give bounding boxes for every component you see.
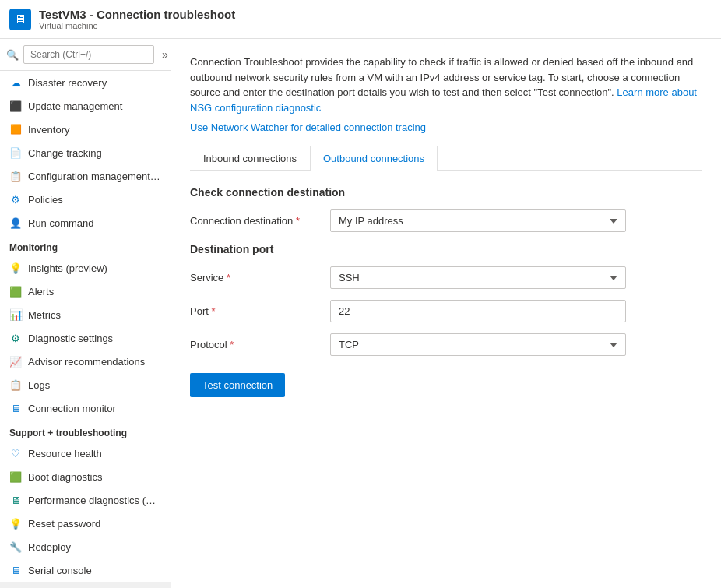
- tabs-container: Inbound connections Outbound connections: [190, 146, 702, 171]
- sidebar-label-run-command: Run command: [28, 217, 94, 229]
- search-input[interactable]: [23, 45, 154, 64]
- performance-diagnostics-icon: 🖥: [9, 494, 22, 506]
- sidebar-item-change-tracking[interactable]: 📄 Change tracking: [0, 141, 171, 164]
- boot-diagnostics-icon: 🟩: [9, 470, 22, 483]
- sidebar: 🔍 » ☁ Disaster recovery ⬛ Update managem…: [0, 39, 171, 588]
- service-select[interactable]: SSH HTTP HTTPS RDP Custom: [330, 266, 626, 289]
- search-icon: 🔍: [6, 49, 19, 61]
- page-subtitle: Virtual machine: [39, 21, 235, 30]
- reset-password-icon: 💡: [9, 517, 22, 530]
- alerts-icon: 🟩: [9, 285, 22, 298]
- resource-health-icon: ♡: [9, 447, 22, 459]
- config-icon: 📋: [9, 170, 22, 182]
- port-input[interactable]: [330, 300, 626, 322]
- sidebar-item-metrics[interactable]: 📊 Metrics: [0, 303, 171, 326]
- sidebar-item-insights[interactable]: 💡 Insights (preview): [0, 256, 171, 280]
- sidebar-label-diagnostic-settings: Diagnostic settings: [28, 333, 113, 344]
- destination-port-title: Destination port: [190, 243, 702, 255]
- check-connection-title: Check connection destination: [190, 186, 702, 199]
- update-icon: ⬛: [9, 100, 22, 112]
- sidebar-item-advisor-recommendations[interactable]: 📈 Advisor recommendations: [0, 350, 171, 373]
- protocol-select[interactable]: TCP UDP: [330, 333, 626, 356]
- sidebar-item-config-management[interactable]: 📋 Configuration management ...: [0, 164, 171, 188]
- cloud-icon: ☁: [9, 76, 22, 89]
- connection-destination-row: Connection destination * My IP address C…: [190, 209, 702, 232]
- sidebar-item-logs[interactable]: 📋 Logs: [0, 373, 171, 396]
- sidebar-label-resource-health: Resource health: [28, 448, 102, 459]
- sidebar-item-update-management[interactable]: ⬛ Update management: [0, 94, 171, 118]
- sidebar-item-connection-troubleshoot[interactable]: 🖥 Connection troubleshoot: [0, 582, 171, 588]
- port-required: *: [211, 305, 215, 317]
- logs-icon: 📋: [9, 379, 22, 391]
- main-layout: 🔍 » ☁ Disaster recovery ⬛ Update managem…: [0, 39, 721, 588]
- destination-port-section: Destination port Service * SSH HTTP HTTP…: [190, 243, 702, 397]
- tab-inbound[interactable]: Inbound connections: [190, 146, 310, 171]
- run-command-icon: 👤: [9, 217, 22, 229]
- tab-outbound[interactable]: Outbound connections: [310, 146, 438, 171]
- diagnostic-icon: ⚙: [9, 332, 22, 344]
- sidebar-content: ☁ Disaster recovery ⬛ Update management …: [0, 71, 171, 588]
- port-row: Port *: [190, 300, 702, 322]
- service-required: *: [227, 272, 230, 283]
- advisor-icon: 📈: [9, 355, 22, 368]
- sidebar-label-reset-password: Reset password: [28, 518, 100, 530]
- service-label: Service *: [190, 272, 330, 283]
- sidebar-item-alerts[interactable]: 🟩 Alerts: [0, 280, 171, 303]
- sidebar-item-resource-health[interactable]: ♡ Resource health: [0, 442, 171, 465]
- sidebar-label-boot-diagnostics: Boot diagnostics: [28, 471, 102, 483]
- sidebar-item-performance-diagnostics[interactable]: 🖥 Performance diagnostics (Pr...: [0, 488, 171, 512]
- connection-destination-required: *: [296, 215, 300, 227]
- connection-destination-control: My IP address Custom: [330, 209, 626, 232]
- vm-icon: 🖥: [9, 9, 31, 30]
- policies-icon: ⚙: [9, 193, 22, 206]
- title-bar: 🖥 TestVM3 - Connection troubleshoot Virt…: [0, 0, 721, 39]
- sidebar-item-run-command[interactable]: 👤 Run command: [0, 211, 171, 234]
- test-connection-button[interactable]: Test connection: [190, 373, 285, 397]
- sidebar-item-diagnostic-settings[interactable]: ⚙ Diagnostic settings: [0, 326, 171, 350]
- protocol-control: TCP UDP: [330, 333, 626, 356]
- sidebar-label-inventory: Inventory: [28, 124, 69, 136]
- sidebar-item-serial-console[interactable]: 🖥 Serial console: [0, 558, 171, 582]
- redeploy-icon: 🔧: [9, 540, 22, 553]
- sidebar-item-connection-monitor[interactable]: 🖥 Connection monitor: [0, 396, 171, 420]
- support-section-label: Support + troubleshooting: [0, 420, 171, 442]
- network-watcher-link[interactable]: Use Network Watcher for detailed connect…: [190, 121, 702, 133]
- connection-destination-select[interactable]: My IP address Custom: [330, 209, 626, 232]
- insights-icon: 💡: [9, 262, 22, 274]
- port-control: [330, 300, 626, 322]
- change-tracking-icon: 📄: [9, 146, 22, 159]
- service-control: SSH HTTP HTTPS RDP Custom: [330, 266, 626, 289]
- metrics-icon: 📊: [9, 308, 22, 321]
- connection-monitor-icon: 🖥: [9, 402, 22, 414]
- description-text: Connection Troubleshoot provides the cap…: [190, 55, 702, 115]
- sidebar-label-serial-console: Serial console: [28, 565, 92, 576]
- sidebar-label-redeploy: Redeploy: [28, 541, 71, 553]
- main-content: Connection Troubleshoot provides the cap…: [171, 39, 721, 588]
- sidebar-label-connection-monitor: Connection monitor: [28, 403, 116, 414]
- sidebar-label-config-management: Configuration management ...: [28, 171, 161, 182]
- inventory-icon: 🟧: [9, 123, 22, 136]
- monitoring-section-label: Monitoring: [0, 234, 171, 256]
- sidebar-item-disaster-recovery[interactable]: ☁ Disaster recovery: [0, 71, 171, 94]
- sidebar-item-inventory[interactable]: 🟧 Inventory: [0, 118, 171, 141]
- sidebar-label-insights: Insights (preview): [28, 262, 107, 274]
- sidebar-label-disaster-recovery: Disaster recovery: [28, 77, 107, 89]
- sidebar-label-update-management: Update management: [28, 100, 122, 112]
- sidebar-label-policies: Policies: [28, 194, 63, 206]
- sidebar-label-advisor-recommendations: Advisor recommendations: [28, 356, 145, 368]
- protocol-label: Protocol *: [190, 339, 330, 350]
- sidebar-item-redeploy[interactable]: 🔧 Redeploy: [0, 535, 171, 558]
- sidebar-item-reset-password[interactable]: 💡 Reset password: [0, 512, 171, 535]
- sidebar-search-bar: 🔍 »: [0, 39, 171, 71]
- service-row: Service * SSH HTTP HTTPS RDP Custom: [190, 266, 702, 289]
- sidebar-item-policies[interactable]: ⚙ Policies: [0, 188, 171, 211]
- serial-console-icon: 🖥: [9, 564, 22, 576]
- port-label: Port *: [190, 305, 330, 317]
- collapse-button[interactable]: »: [159, 47, 171, 62]
- page-title: TestVM3 - Connection troubleshoot: [39, 8, 235, 21]
- sidebar-label-performance-diagnostics: Performance diagnostics (Pr...: [28, 495, 161, 506]
- sidebar-label-alerts: Alerts: [28, 286, 54, 298]
- sidebar-item-boot-diagnostics[interactable]: 🟩 Boot diagnostics: [0, 465, 171, 488]
- protocol-row: Protocol * TCP UDP: [190, 333, 702, 356]
- protocol-required: *: [230, 339, 234, 350]
